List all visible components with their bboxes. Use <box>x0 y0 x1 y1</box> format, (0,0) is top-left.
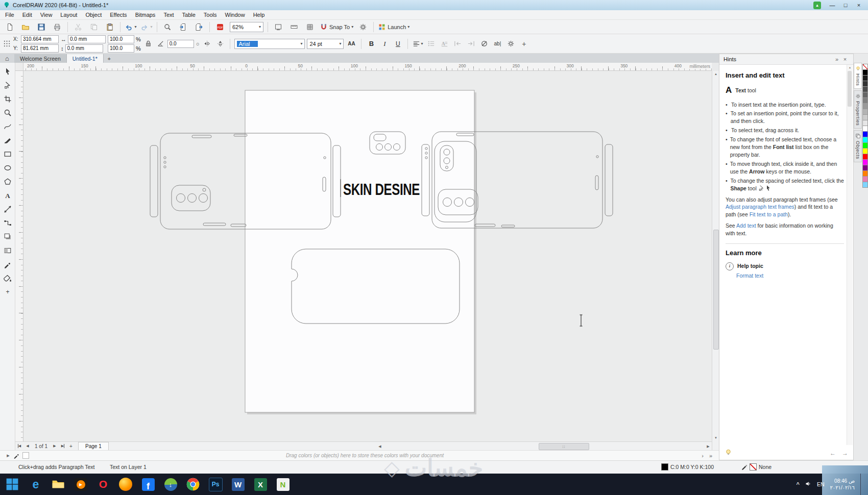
drop-cap-button[interactable]: A <box>439 38 450 50</box>
hint-forward-icon[interactable]: → <box>842 450 848 457</box>
outline-color-swatch[interactable] <box>750 463 757 471</box>
docker-tab-objects[interactable]: Objects <box>854 130 862 162</box>
menu-table[interactable]: Table <box>178 11 200 19</box>
vertical-scrollbar[interactable]: ▲ ▼ <box>712 71 719 450</box>
horizontal-ruler[interactable]: millimeters 2001501005005010015020025030… <box>15 63 712 71</box>
hidden-icons-caret[interactable]: ^ <box>796 481 799 487</box>
interactive-fill-tool[interactable] <box>1 271 14 285</box>
color-eyedropper-tool[interactable] <box>1 257 14 271</box>
menu-help[interactable]: Help <box>249 11 269 19</box>
titlebar-app-icon[interactable]: ▴ <box>813 2 821 9</box>
launch-button[interactable]: Launch▾ <box>376 21 411 33</box>
hints-scroll-thumb[interactable] <box>848 71 852 107</box>
media-player-taskbar-icon[interactable]: ▶ <box>69 474 92 495</box>
menu-tools[interactable]: Tools <box>200 11 221 19</box>
chrome-taskbar-icon[interactable] <box>182 474 204 495</box>
photoshop-taskbar-icon[interactable]: Ps <box>204 474 227 495</box>
welcome-home-icon[interactable]: ⌂ <box>0 54 14 63</box>
bold-button[interactable]: B <box>366 38 377 50</box>
canvas-area[interactable]: SKIN DESINE <box>23 71 712 441</box>
transparency-tool[interactable] <box>1 243 14 257</box>
zoom-level-combo[interactable]: 62%▾ <box>230 22 263 32</box>
menu-bitmaps[interactable]: Bitmaps <box>131 11 160 19</box>
copy-button[interactable] <box>86 21 102 33</box>
edge-taskbar-icon[interactable]: e <box>25 474 47 495</box>
horizontal-scrollbar[interactable]: ◀ ⁞⁞ ▶ <box>376 442 712 450</box>
design-text[interactable]: SKIN DESINE <box>343 181 420 199</box>
dimension-tool[interactable] <box>1 202 14 216</box>
text-alignment-button[interactable]: ▾ <box>412 38 423 50</box>
facebook-taskbar-icon[interactable]: f <box>137 474 159 495</box>
crop-tool[interactable] <box>1 92 14 106</box>
docker-tab-properties[interactable]: Properties <box>854 90 862 129</box>
options-button[interactable] <box>355 21 371 33</box>
artistic-media-tool[interactable] <box>1 133 14 147</box>
print-button[interactable] <box>50 21 65 33</box>
vertical-ruler[interactable] <box>15 71 23 441</box>
vertical-scroll-thumb[interactable] <box>713 230 719 350</box>
new-document-tab-button[interactable]: + <box>104 54 115 63</box>
increase-indent-button[interactable] <box>465 38 476 50</box>
drawing-canvas[interactable]: SKIN DESINE <box>23 71 712 441</box>
hint-link[interactable]: Add text <box>736 222 756 229</box>
object-width-field[interactable] <box>68 35 106 43</box>
font-size-steps-button[interactable]: AA <box>346 38 357 50</box>
text-options-button[interactable] <box>505 38 516 50</box>
document-tab-welcome-screen[interactable]: Welcome Screen <box>14 54 67 63</box>
palette-scroll-right-icon[interactable]: › <box>698 452 707 460</box>
minimize-button[interactable]: — <box>826 1 838 9</box>
x-position-field[interactable] <box>21 35 59 43</box>
full-screen-preview-button[interactable] <box>271 21 286 33</box>
search-content-button[interactable] <box>160 21 175 33</box>
show-grid-button[interactable] <box>302 21 318 33</box>
scale-h-field[interactable] <box>108 35 134 43</box>
page-tab[interactable]: Page 1 <box>78 442 109 451</box>
scroll-down-icon[interactable]: ▼ <box>712 435 719 441</box>
edit-text-button[interactable]: ab| <box>492 38 503 50</box>
hint-link[interactable]: Fit text to a path <box>750 211 788 217</box>
menu-window[interactable]: Window <box>221 11 249 19</box>
save-button[interactable] <box>34 21 49 33</box>
last-page-button[interactable]: ▶ <box>59 442 67 450</box>
close-button[interactable]: × <box>853 1 865 9</box>
freehand-tool[interactable] <box>1 119 14 133</box>
show-desktop-button[interactable] <box>860 474 863 495</box>
excel-taskbar-icon[interactable]: X <box>249 474 272 495</box>
export-button[interactable] <box>191 21 207 33</box>
cut-button[interactable] <box>70 21 86 33</box>
paste-button[interactable] <box>102 21 117 33</box>
open-button[interactable] <box>18 21 33 33</box>
start-taskbar-icon[interactable] <box>0 474 25 495</box>
shape-tool[interactable] <box>1 78 14 92</box>
y-position-field[interactable] <box>21 44 59 53</box>
no-outline-button[interactable] <box>478 38 490 50</box>
add-property-button[interactable]: + <box>518 38 529 50</box>
more-tools[interactable]: + <box>1 285 14 299</box>
redo-button[interactable]: ▾ <box>139 21 154 33</box>
show-rulers-button[interactable] <box>286 21 302 33</box>
page[interactable] <box>245 90 474 412</box>
menu-file[interactable]: File <box>1 11 18 19</box>
zoom-tool[interactable] <box>1 106 14 119</box>
word-taskbar-icon[interactable]: W <box>227 474 249 495</box>
decrease-indent-button[interactable] <box>452 38 463 50</box>
palette-scroll-end-icon[interactable]: » <box>707 452 715 460</box>
text-tool[interactable]: A <box>1 188 14 202</box>
volume-icon[interactable] <box>805 481 811 488</box>
docker-tab-hints[interactable]: Hints <box>854 63 862 89</box>
previous-page-button[interactable]: ◀ <box>23 442 32 450</box>
firefox-taskbar-icon[interactable] <box>114 474 137 495</box>
menu-effects[interactable]: Effects <box>106 11 131 19</box>
menu-object[interactable]: Object <box>81 11 106 19</box>
first-page-button[interactable]: ◀ <box>15 442 23 450</box>
palette-flyout-icon[interactable]: ▸ <box>4 452 12 460</box>
hint-back-icon[interactable]: ← <box>830 450 836 457</box>
hint-link[interactable]: Adjust paragraph text frames <box>726 204 794 210</box>
ellipse-tool[interactable] <box>1 161 14 175</box>
rectangle-tool[interactable] <box>1 147 14 161</box>
scale-v-field[interactable] <box>108 44 134 53</box>
drop-shadow-tool[interactable] <box>1 230 14 243</box>
ruler-origin[interactable] <box>15 63 23 71</box>
object-height-field[interactable] <box>65 44 103 53</box>
polygon-tool[interactable] <box>1 175 14 188</box>
